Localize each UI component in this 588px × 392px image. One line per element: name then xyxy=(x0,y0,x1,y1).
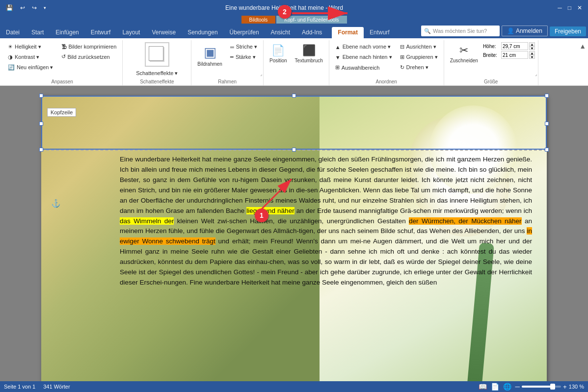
bild-zuruecksetzen-button[interactable]: ↺ Bild zurücksetzen xyxy=(58,52,120,61)
helligkeit-button[interactable]: ☀ Helligkeit ▾ xyxy=(5,42,56,52)
insert-icon: 🔄 xyxy=(8,64,15,71)
help-search-box[interactable]: 🔍 Was möchten Sie tun? xyxy=(421,26,500,36)
page-text[interactable]: Eine wunderbare Heiterkeit hat meine gan… xyxy=(120,155,532,288)
print-layout-button[interactable]: 📄 xyxy=(491,383,499,391)
group-icon: ⊞ xyxy=(400,54,404,60)
signin-button[interactable]: 👤 Anmelden xyxy=(502,26,548,36)
handle-top-right[interactable] xyxy=(545,94,549,98)
main-tabs: Datei Start Einfügen Entwurf Layout Verw… xyxy=(0,27,328,38)
share-button[interactable]: Freigeben xyxy=(550,26,586,36)
breite-spin: ▲ ▼ xyxy=(529,51,535,59)
read-mode-button[interactable]: 📖 xyxy=(479,383,487,391)
help-search-placeholder: Was möchten Sie tun? xyxy=(433,28,487,34)
neu-einfuegen-label: Neu einfügen ▾ xyxy=(17,64,53,71)
gruppieren-button[interactable]: ⊞ Gruppieren ▾ xyxy=(397,52,441,62)
minimize-button[interactable]: ─ xyxy=(556,3,564,12)
anordnen-content: ▲ Ebene nach vorne ▾ ▼ Ebene nach hinten… xyxy=(332,40,441,78)
redo-button[interactable]: ↪ xyxy=(30,3,39,12)
save-button[interactable]: 💾 xyxy=(4,3,15,12)
tab-start[interactable]: Start xyxy=(26,27,50,38)
tab-datei[interactable]: Datei xyxy=(0,27,26,38)
rahmen-expand-icon[interactable]: ⌟ xyxy=(260,72,262,77)
breite-input[interactable] xyxy=(501,51,528,59)
schatteneffekte-content: Schatteneffekte ▾ xyxy=(133,40,181,78)
breite-down[interactable]: ▼ xyxy=(529,55,535,59)
position-icon: 📄 xyxy=(271,44,285,57)
schatteneffekte-button[interactable]: Schatteneffekte ▾ xyxy=(133,69,181,78)
handle-bottom-left[interactable] xyxy=(39,148,43,152)
close-button[interactable]: ✕ xyxy=(575,3,584,12)
tab-addins[interactable]: Add-Ins xyxy=(296,27,328,38)
handle-bottom-center[interactable] xyxy=(292,148,296,152)
neu-einfuegen-button[interactable]: 🔄 Neu einfügen ▾ xyxy=(5,63,56,72)
undo-button[interactable]: ↩ xyxy=(18,3,27,12)
search-icon: 🔍 xyxy=(424,28,431,34)
anpassen-col1: ☀ Helligkeit ▾ ◑ Kontrast ▾ 🔄 Neu einfüg… xyxy=(5,42,56,72)
contextual-tab-headers: Bildtools Kopf- und Fußzeilentools xyxy=(0,16,588,24)
handle-mid-left[interactable] xyxy=(39,122,43,126)
page-info: Seite 1 von 1 xyxy=(4,384,35,390)
position-button[interactable]: 📄 Position xyxy=(267,42,290,65)
textumbruch-button[interactable]: ⬛ Textumbruch xyxy=(292,42,326,65)
bildtools-header: Bildtools xyxy=(241,16,276,24)
zoom-thumb[interactable] xyxy=(550,384,555,390)
handle-top-center[interactable] xyxy=(292,94,296,98)
compress-icon: 🗜 xyxy=(61,44,67,50)
drehen-button[interactable]: ↻ Drehen ▾ xyxy=(397,63,441,72)
striche-button[interactable]: ═ Striche ▾ xyxy=(227,42,260,52)
rahmen-content: ▣ Bildrahmen ═ Striche ▾ ━ Stärke ▾ xyxy=(194,40,260,78)
hoehe-up[interactable]: ▲ xyxy=(529,42,535,46)
tab-einfuegen[interactable]: Einfügen xyxy=(50,27,84,38)
align-icon: ⊟ xyxy=(400,44,404,50)
bildrahmen-button[interactable]: ▣ Bildrahmen xyxy=(194,42,225,69)
shadow-preview-area: Schatteneffekte ▾ xyxy=(133,42,181,78)
tab-verweise[interactable]: Verweise xyxy=(146,27,182,38)
ausrichten-button[interactable]: ⊟ Ausrichten ▾ xyxy=(397,42,441,52)
ausrichten-label: Ausrichten ▾ xyxy=(406,44,436,50)
tab-ansicht[interactable]: Ansicht xyxy=(265,27,296,38)
shadow-preview-box xyxy=(145,42,169,67)
hoehe-input[interactable] xyxy=(501,42,528,50)
zoom-in-button[interactable]: + xyxy=(563,383,567,391)
hoehe-down[interactable]: ▼ xyxy=(529,46,535,50)
grosse-expand-icon[interactable]: ⌟ xyxy=(535,72,537,77)
share-label: Freigeben xyxy=(555,28,581,35)
quickaccess-dropdown[interactable]: ▾ xyxy=(42,4,48,11)
zoom-percent: 130 % xyxy=(569,384,584,390)
striche-label: Striche ▾ xyxy=(236,44,257,50)
highlight-liege: liege, und näher xyxy=(246,207,294,214)
status-right: 📖 📄 🌐 ─ + 130 % xyxy=(479,383,584,391)
breite-up[interactable]: ▲ xyxy=(529,51,535,55)
ebene-vorne-button[interactable]: ▲ Ebene nach vorne ▾ xyxy=(332,42,395,52)
tab-uberpruefen[interactable]: Überprüfen xyxy=(224,27,265,38)
handle-top-left[interactable] xyxy=(39,94,43,98)
auswahlbereich-button[interactable]: ⊞ Auswahlbereich xyxy=(332,63,395,72)
hoehe-spin: ▲ ▼ xyxy=(529,42,535,50)
tab-sendungen[interactable]: Sendungen xyxy=(182,27,223,38)
zoom-out-button[interactable]: ─ xyxy=(515,383,520,391)
zoom-bar: ─ + 130 % xyxy=(515,383,584,391)
handle-mid-right[interactable] xyxy=(545,122,549,126)
zuschneiden-button[interactable]: ✂ Zuschneiden xyxy=(447,42,481,65)
tab-layout[interactable]: Layout xyxy=(116,27,146,38)
ribbon-group-rahmen: ▣ Bildrahmen ═ Striche ▾ ━ Stärke ▾ ⌟ Ra… xyxy=(191,40,264,85)
ribbon: ☀ Helligkeit ▾ ◑ Kontrast ▾ 🔄 Neu einfüg… xyxy=(0,38,588,86)
web-layout-button[interactable]: 🌐 xyxy=(503,383,511,391)
starke-button[interactable]: ━ Stärke ▾ xyxy=(227,52,260,62)
zuschneiden-label: Zuschneiden xyxy=(450,58,478,63)
kontrast-button[interactable]: ◑ Kontrast ▾ xyxy=(5,52,56,62)
zoom-slider[interactable] xyxy=(522,386,561,388)
tab-entwurf[interactable]: Entwurf xyxy=(85,27,117,38)
document-text: Eine wunderbare Heiterkeit hat meine gan… xyxy=(120,156,532,286)
handle-bottom-right[interactable] xyxy=(545,148,549,152)
document-area[interactable]: Kopfzeile ⚓ Eine wunderbare Heiterkeit h… xyxy=(0,86,588,381)
tab-entwurf-ctx[interactable]: Entwurf xyxy=(364,27,396,38)
helligkeit-label: Helligkeit ▾ xyxy=(15,44,41,50)
restore-button[interactable]: □ xyxy=(566,3,573,12)
ebene-hinten-button[interactable]: ▼ Ebene nach hinten ▾ xyxy=(332,52,395,62)
frame-icon: ▣ xyxy=(204,44,216,60)
starke-label: Stärke ▾ xyxy=(236,54,256,60)
bilder-komprimieren-button[interactable]: 🗜 Bilder komprimieren xyxy=(58,42,120,51)
ribbon-collapse-button[interactable]: ▲ xyxy=(579,42,586,50)
tab-format[interactable]: Format xyxy=(332,27,364,38)
